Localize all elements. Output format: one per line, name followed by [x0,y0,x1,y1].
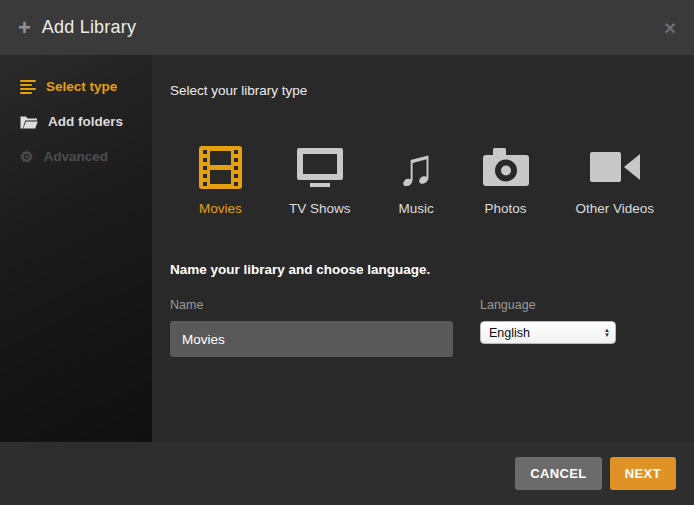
language-label: Language [480,298,616,312]
library-type-heading: Select your library type [170,83,674,98]
sidebar-item-label: Add folders [48,114,123,129]
list-icon [20,80,36,94]
library-type-photos[interactable]: Photos [482,143,530,216]
music-note-icon: ♫ [397,143,436,191]
sidebar: Select type Add folders ⚙ Advanced [0,55,152,442]
dialog-footer: CANCEL NEXT [0,442,694,505]
content-pane: Select your library type [152,55,694,442]
cancel-button[interactable]: CANCEL [515,457,602,490]
tv-icon [295,143,345,191]
sidebar-item-label: Select type [46,79,117,94]
library-type-movies[interactable]: Movies [198,143,243,216]
library-type-other-videos[interactable]: Other Videos [576,143,655,216]
add-library-dialog: + Add Library × Select type Add folders [0,0,694,505]
video-camera-icon [589,143,641,191]
next-button[interactable]: NEXT [610,457,676,490]
name-label: Name [170,298,453,312]
library-type-label: Movies [199,201,242,216]
sidebar-item-add-folders[interactable]: Add folders [0,104,152,139]
dialog-body: Select type Add folders ⚙ Advanced Selec… [0,55,694,442]
language-select[interactable]: English [480,321,616,344]
library-type-music[interactable]: ♫ Music [397,143,436,216]
name-input[interactable] [170,321,453,357]
library-type-label: Photos [485,201,527,216]
name-language-heading: Name your library and choose language. [170,262,674,277]
sidebar-item-select-type[interactable]: Select type [0,69,152,104]
folder-icon [20,115,38,129]
library-type-label: TV Shows [289,201,351,216]
dialog-header: + Add Library × [0,0,694,55]
film-icon [198,143,243,191]
camera-icon [482,143,530,191]
library-type-label: Music [398,201,433,216]
library-type-grid: Movies TV Shows ♫ [198,143,674,216]
name-language-form: Name Language English ▲▼ [170,298,674,357]
gear-icon: ⚙ [20,149,33,164]
library-type-label: Other Videos [576,201,655,216]
sidebar-item-label: Advanced [43,149,108,164]
close-icon[interactable]: × [664,18,676,38]
sidebar-item-advanced[interactable]: ⚙ Advanced [0,139,152,174]
dialog-title: Add Library [42,17,136,38]
plus-icon: + [18,17,31,39]
library-type-tv-shows[interactable]: TV Shows [289,143,351,216]
